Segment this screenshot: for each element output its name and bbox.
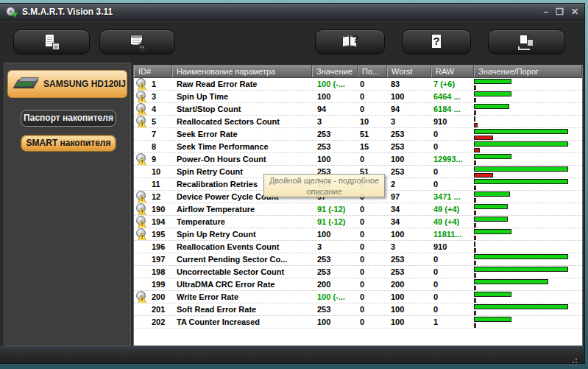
attribute-id-cell: 10 (134, 166, 172, 178)
tooltip-text-line2: описание (264, 186, 384, 197)
threshold-bar (474, 148, 480, 152)
app-disk-icon (6, 6, 18, 18)
attribute-name: Spin Up Time (172, 91, 312, 102)
attribute-name: Soft Read Error Rate (172, 303, 312, 315)
table-row[interactable]: 9Power-On Hours Count100010012993... (134, 153, 582, 166)
table-header-row: ID# Наименование параметра Значение По..… (134, 66, 582, 78)
settings-button[interactable] (99, 29, 175, 55)
attribute-value: 253 (312, 128, 358, 140)
threshold-bar (474, 223, 476, 228)
table-row[interactable]: 201Soft Read Error Rate25301000 (134, 303, 582, 316)
drive-smart-button[interactable]: SMART накопителя (21, 135, 116, 152)
window-controls: – ❒ ✕ (543, 7, 578, 17)
disk-warning-icon (135, 153, 152, 164)
titlebar[interactable]: S.M.A.R.T. Vision 3.11 – ❒ ✕ (0, 4, 584, 21)
attribute-worst: 97 (387, 191, 431, 203)
value-threshold-bars (474, 116, 582, 127)
window-title: S.M.A.R.T. Vision 3.11 (22, 7, 113, 17)
table-row[interactable]: 190Airflow Temperature91 (-12)03449 (+4) (134, 203, 582, 216)
attribute-value: 3 (312, 241, 358, 253)
attribute-raw: 0 (431, 253, 474, 265)
header-threshold[interactable]: По... (358, 66, 387, 77)
attribute-raw: 0 (431, 178, 474, 190)
value-bar (474, 166, 568, 172)
table-row[interactable]: 3Spin Up Time10001006464 ... (134, 91, 582, 103)
drive-selector[interactable]: SAMSUNG HD120IJ (7, 70, 127, 98)
table-row[interactable]: 197Current Pending Sector Co...25302530 (134, 253, 582, 266)
attribute-value: 91 (-12) (312, 203, 358, 215)
disk-warning-icon (135, 191, 152, 202)
value-bar (474, 267, 568, 272)
value-bar (474, 79, 511, 84)
drive-passport-button[interactable]: Паспорт накопителя (21, 110, 116, 127)
table-row[interactable]: 4Start/Stop Count940946184 ... (134, 103, 582, 116)
header-id[interactable]: ID# (134, 66, 172, 77)
attribute-raw: 6184 ... (431, 103, 474, 115)
minimize-button[interactable]: – (543, 7, 548, 17)
table-row[interactable]: 199UltraDMA CRC Error Rate20002000 (134, 278, 582, 291)
header-value[interactable]: Значение (312, 66, 358, 77)
table-row[interactable]: 202TA Counter Increased10001001 (134, 316, 582, 328)
value-bar (474, 254, 568, 259)
value-bar (474, 204, 508, 209)
table-row[interactable]: 195Spin Up Retry Count100010011811... (134, 228, 582, 241)
maximize-button[interactable]: ❒ (556, 7, 564, 17)
about-question-icon: ? (427, 33, 446, 51)
attribute-id-cell: 197 (134, 253, 172, 265)
threshold-bar (474, 248, 476, 253)
attribute-threshold: 0 (358, 216, 387, 228)
help-button[interactable]: ? (315, 29, 385, 55)
attribute-raw: 910 (431, 116, 474, 127)
attribute-id-cell: 194 (134, 216, 172, 228)
attribute-worst: 3 (387, 116, 431, 127)
attribute-value: 253 (312, 253, 358, 265)
header-worst[interactable]: Worst (387, 66, 431, 77)
close-button[interactable]: ✕ (571, 7, 578, 17)
table-row[interactable]: 7Seek Error Rate253512530 (134, 128, 582, 141)
table-row[interactable]: 198Uncorrectable Sector Count25302530 (134, 266, 582, 278)
about-button[interactable]: ? (402, 29, 471, 55)
attribute-worst: 253 (387, 128, 431, 140)
header-name[interactable]: Наименование параметра (172, 66, 312, 77)
disk-warning-icon (135, 91, 152, 102)
attribute-name: Reallocated Sectors Count (172, 116, 312, 127)
value-bar (474, 317, 511, 322)
attribute-worst: 100 (387, 91, 431, 102)
attribute-name: Uncorrectable Sector Count (172, 266, 312, 278)
value-threshold-bars (474, 153, 582, 165)
table-body: 1Raw Read Error Rate100 (-...0837 (+6)3S… (134, 78, 582, 328)
attribute-worst: 200 (387, 278, 431, 290)
table-row[interactable]: 200Write Error Rate100 (-...01000 (134, 291, 582, 303)
attribute-raw: 0 (431, 278, 474, 290)
resize-grip-icon[interactable] (575, 359, 577, 360)
no-icon (135, 253, 152, 264)
value-bar (474, 141, 568, 147)
value-threshold-bars (474, 253, 582, 265)
value-threshold-bars (474, 303, 582, 315)
attribute-id: 195 (152, 228, 165, 240)
exit-button[interactable] (488, 29, 565, 55)
attribute-raw: 6464 ... (431, 91, 474, 102)
table-row[interactable]: 194Temperature91 (-12)03449 (+4) (134, 216, 582, 228)
table-row[interactable]: 1Raw Read Error Rate100 (-...0837 (+6) (134, 78, 582, 91)
attribute-value: 200 (312, 278, 358, 290)
threshold-bar (474, 198, 476, 203)
attribute-id-cell: 1 (134, 78, 172, 90)
no-icon (135, 278, 152, 289)
table-row[interactable]: 5Reallocated Sectors Count3103910 (134, 116, 582, 128)
attribute-threshold: 0 (358, 253, 387, 265)
table-row[interactable]: 196Reallocation Events Count303910 (134, 241, 582, 253)
value-bar (474, 229, 511, 234)
value-threshold-bars (474, 128, 582, 140)
attribute-worst: 2 (387, 178, 431, 190)
attribute-raw: 0 (431, 266, 474, 278)
attribute-id: 202 (152, 316, 165, 328)
disk-warning-icon (135, 116, 152, 127)
table-row[interactable]: 8Seek Time Performance253152530 (134, 141, 582, 153)
attribute-id: 8 (152, 141, 156, 152)
header-raw[interactable]: RAW (431, 66, 474, 77)
header-value-threshold[interactable]: Значение/Порог (474, 66, 582, 77)
report-button[interactable] (13, 29, 90, 55)
attribute-name: Temperature (172, 216, 312, 228)
attribute-threshold: 0 (358, 291, 387, 303)
